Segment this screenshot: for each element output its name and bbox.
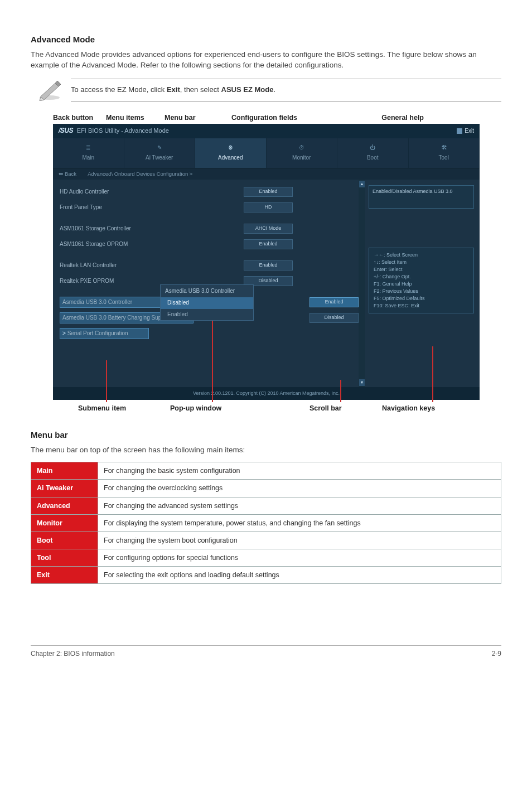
footer-left: Chapter 2: BIOS information — [31, 649, 115, 659]
general-help-box: Enabled/Disabled Asmedia USB 3.0 — [369, 185, 474, 209]
label-general-help: General help — [340, 113, 424, 123]
nav-key-line: →←: Select Screen — [374, 252, 469, 259]
cfg-label: ASM1061 Storage OPROM — [60, 240, 205, 249]
back-arrow-icon[interactable]: ⬅ — [59, 170, 63, 178]
footer-right: 2-9 — [492, 649, 501, 659]
page-footer: Chapter 2: BIOS information 2-9 — [31, 645, 501, 659]
asus-logo: /SUS — [59, 127, 73, 134]
label-menu-bar: Menu bar — [165, 113, 231, 123]
navigation-keys-box: →←: Select Screen ↑↓: Select Item Enter:… — [369, 248, 474, 313]
callout-line — [106, 360, 107, 402]
cfg-value-highlighted[interactable]: Enabled — [309, 297, 359, 307]
tab-advanced[interactable]: ⚙Advanced — [195, 138, 267, 168]
back-breadcrumb-row: ⬅ Back Advanced\ Onboard Devices Configu… — [53, 168, 480, 180]
table-row: MonitorFor displaying the system tempera… — [31, 514, 501, 532]
tab-boot[interactable]: ⏻Boot — [337, 138, 409, 168]
section-heading: Menu bar — [31, 429, 501, 441]
power-icon: ⏻ — [367, 144, 378, 152]
cfg-label-highlighted[interactable]: Asmedia USB 3.0 Controller — [60, 297, 171, 308]
section-heading: Advanced Mode — [31, 33, 501, 46]
back-label[interactable]: Back — [65, 170, 76, 178]
tab-main[interactable]: ≣Main — [53, 138, 124, 168]
cfg-value[interactable]: HD — [244, 202, 293, 212]
tweaker-icon: ✎ — [154, 144, 165, 152]
menubar-intro: The menu bar on top of the screen has th… — [31, 445, 501, 456]
breadcrumb: Advanced\ Onboard Devices Configuration … — [88, 170, 192, 178]
bios-window: /SUS EFI BIOS Utility - Advanced Mode Ex… — [53, 124, 480, 400]
table-row: ToolFor configuring options for special … — [31, 549, 501, 566]
diagram-labels-bottom: Submenu item Pop-up window Scroll bar Na… — [53, 403, 501, 413]
intro-paragraph: The Advanced Mode provides advanced opti… — [31, 49, 501, 71]
tab-ai-tweaker[interactable]: ✎Ai Tweaker — [124, 138, 196, 168]
bios-right-pane: Enabled/Disabled Asmedia USB 3.0 →←: Sel… — [365, 180, 480, 387]
scroll-up-icon[interactable]: ▴ — [359, 181, 365, 187]
nav-key-line: F5: Optimized Defaults — [374, 295, 469, 302]
tool-icon: 🛠 — [439, 144, 449, 152]
cfg-value[interactable]: AHCI Mode — [244, 224, 293, 234]
cfg-value[interactable]: Enabled — [244, 260, 293, 270]
popup-option[interactable]: Enabled — [161, 309, 253, 321]
table-row: ExitFor selecting the exit options and l… — [31, 567, 501, 584]
exit-icon — [457, 128, 462, 134]
nav-key-line: Enter: Select — [374, 266, 469, 273]
nav-key-line: F2: Previous Values — [374, 288, 469, 295]
nav-key-line: +/-: Change Opt. — [374, 273, 469, 281]
cfg-value[interactable]: Enabled — [244, 239, 293, 249]
table-row: BootFor changing the system boot configu… — [31, 532, 501, 549]
nav-key-line: F10: Save ESC: Exit — [374, 302, 469, 310]
table-row: AdvancedFor changing the advanced system… — [31, 497, 501, 514]
note-callout: To access the EZ Mode, click Exit, then … — [36, 79, 501, 102]
exit-button[interactable]: Exit — [457, 127, 474, 136]
popup-window: Asmedia USB 3.0 Controller Disabled Enab… — [160, 284, 254, 321]
tab-tool[interactable]: 🛠Tool — [409, 138, 480, 168]
table-row: MainFor changing the basic system config… — [31, 462, 501, 480]
popup-title: Asmedia USB 3.0 Controller — [161, 285, 253, 298]
callout-line — [432, 346, 433, 402]
label-navigation-keys: Navigation keys — [360, 403, 501, 413]
submenu-item[interactable]: > Serial Port Configuration — [60, 328, 149, 340]
version-bar: Version 2.00.1201. Copyright (C) 2010 Am… — [53, 387, 480, 400]
scroll-down-icon[interactable]: ▾ — [359, 379, 365, 386]
cfg-label: ASM1061 Storage Controller — [60, 225, 205, 233]
label-config-fields: Configuration fields — [231, 113, 340, 123]
tab-monitor[interactable]: ⏱Monitor — [267, 138, 338, 168]
scrollbar[interactable]: ▴ ▾ — [359, 180, 365, 387]
menu-bar-table: MainFor changing the basic system config… — [31, 462, 501, 584]
cfg-value[interactable]: Disabled — [309, 313, 359, 323]
bios-left-pane: HD Audio ControllerEnabled Front Panel T… — [53, 180, 359, 387]
pencil-icon — [36, 79, 63, 101]
bios-title-text: EFI BIOS Utility - Advanced Mode — [77, 127, 169, 134]
diagram-labels-top: Back button Menu items Menu bar Configur… — [53, 113, 501, 123]
label-popup-window: Pop-up window — [153, 403, 265, 413]
cfg-value[interactable]: Enabled — [244, 187, 293, 197]
callout-line — [212, 316, 213, 402]
callout-line — [340, 380, 341, 402]
label-back-button: Back button — [53, 113, 106, 123]
note-text: To access the EZ Mode, click Exit, then … — [71, 79, 501, 102]
nav-key-line: ↑↓: Select Item — [374, 259, 469, 266]
bios-titlebar: /SUS EFI BIOS Utility - Advanced Mode Ex… — [53, 124, 480, 138]
advanced-icon: ⚙ — [225, 144, 235, 152]
table-row: Ai TweakerFor changing the overclocking … — [31, 480, 501, 497]
label-submenu-item: Submenu item — [53, 403, 153, 413]
cfg-label: Front Panel Type — [60, 204, 205, 212]
nav-key-line: F1: General Help — [374, 281, 469, 288]
list-icon: ≣ — [83, 144, 93, 152]
label-menu-items: Menu items — [106, 113, 165, 123]
bios-tab-row: ≣Main ✎Ai Tweaker ⚙Advanced ⏱Monitor ⏻Bo… — [53, 138, 480, 168]
cfg-label: Realtek LAN Controller — [60, 262, 205, 270]
monitor-icon: ⏱ — [297, 144, 307, 152]
cfg-label: HD Audio Controller — [60, 188, 205, 196]
popup-option[interactable]: Disabled — [161, 297, 253, 309]
label-scroll-bar: Scroll bar — [265, 403, 360, 413]
